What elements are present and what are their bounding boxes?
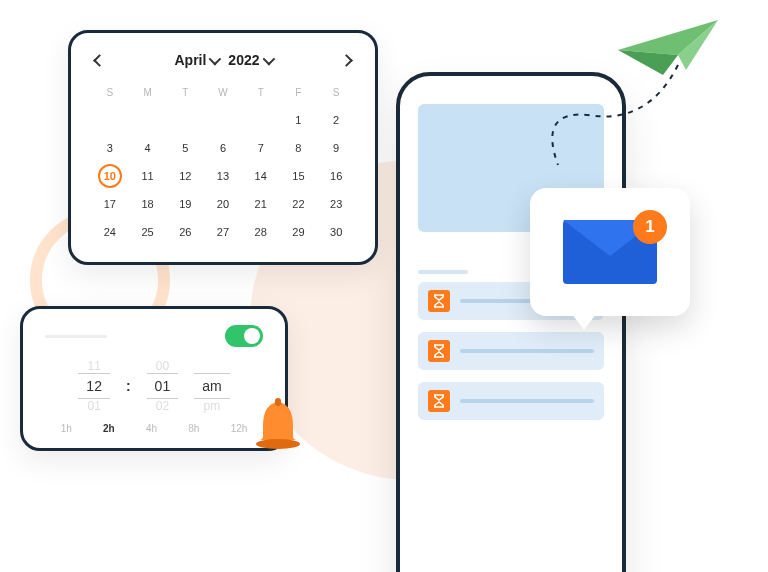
phone-section-label — [418, 270, 468, 274]
calendar-day[interactable]: 5 — [173, 136, 197, 160]
calendar-day[interactable]: 3 — [98, 136, 122, 160]
day-of-week-label: S — [317, 83, 355, 104]
calendar-header: April 2022 — [91, 47, 355, 73]
day-of-week-label: T — [166, 83, 204, 104]
calendar-day[interactable]: 16 — [324, 164, 348, 188]
calendar-day[interactable]: 13 — [211, 164, 235, 188]
hourglass-icon — [428, 340, 450, 362]
calendar-day[interactable]: 8 — [286, 136, 310, 160]
time-picker-card: 11 12 01 : 00 01 02 am pm 1h2h4h8h12h — [20, 306, 288, 451]
calendar-day[interactable]: 29 — [286, 220, 310, 244]
calendar-day[interactable]: 26 — [173, 220, 197, 244]
calendar-day[interactable]: 15 — [286, 164, 310, 188]
bell-icon — [253, 396, 303, 452]
calendar-day[interactable]: 9 — [324, 136, 348, 160]
day-of-week-label: M — [129, 83, 167, 104]
calendar-day[interactable]: 10 — [98, 164, 122, 188]
time-card-title-placeholder — [45, 335, 107, 338]
duration-option[interactable]: 1h — [61, 423, 72, 434]
duration-tabs[interactable]: 1h2h4h8h12h — [45, 423, 263, 434]
calendar-next-button[interactable] — [338, 47, 355, 73]
calendar-day[interactable]: 14 — [249, 164, 273, 188]
calendar-prev-button[interactable] — [91, 47, 108, 73]
day-of-week-label: W — [204, 83, 242, 104]
calendar-day[interactable]: 17 — [98, 192, 122, 216]
svg-rect-4 — [275, 398, 281, 406]
list-item[interactable] — [418, 332, 604, 370]
time-wheels[interactable]: 11 12 01 : 00 01 02 am pm — [45, 359, 263, 413]
calendar-day[interactable]: 6 — [211, 136, 235, 160]
duration-option[interactable]: 12h — [231, 423, 248, 434]
hourglass-icon — [428, 390, 450, 412]
day-of-week-label: S — [91, 83, 129, 104]
envelope-icon: 1 — [563, 220, 657, 284]
duration-option[interactable]: 2h — [103, 423, 115, 434]
calendar-day[interactable]: 27 — [211, 220, 235, 244]
calendar-day[interactable]: 1 — [286, 108, 310, 132]
notification-badge: 1 — [633, 210, 667, 244]
month-select[interactable]: April — [174, 52, 218, 68]
calendar-day[interactable]: 2 — [324, 108, 348, 132]
calendar-day[interactable]: 24 — [98, 220, 122, 244]
calendar-day[interactable]: 7 — [249, 136, 273, 160]
calendar-day[interactable]: 11 — [136, 164, 160, 188]
calendar-title: April 2022 — [174, 52, 271, 68]
calendar-day[interactable]: 22 — [286, 192, 310, 216]
calendar-day[interactable]: 18 — [136, 192, 160, 216]
calendar-card: April 2022 SMTWTFS1234567891011121314151… — [68, 30, 378, 265]
calendar-day[interactable]: 25 — [136, 220, 160, 244]
calendar-day[interactable]: 12 — [173, 164, 197, 188]
hourglass-icon — [428, 290, 450, 312]
day-of-week-label: T — [242, 83, 280, 104]
list-item[interactable] — [418, 382, 604, 420]
paper-plane-icon — [608, 10, 728, 90]
day-of-week-label: F — [280, 83, 318, 104]
mail-notification[interactable]: 1 — [530, 188, 690, 316]
time-toggle[interactable] — [225, 325, 263, 347]
calendar-day[interactable]: 21 — [249, 192, 273, 216]
calendar-grid: SMTWTFS123456789101112131415161718192021… — [91, 83, 355, 244]
calendar-day[interactable]: 30 — [324, 220, 348, 244]
calendar-day[interactable]: 19 — [173, 192, 197, 216]
year-select[interactable]: 2022 — [228, 52, 271, 68]
calendar-day[interactable]: 28 — [249, 220, 273, 244]
calendar-day[interactable]: 20 — [211, 192, 235, 216]
calendar-day[interactable]: 4 — [136, 136, 160, 160]
calendar-day[interactable]: 23 — [324, 192, 348, 216]
svg-point-3 — [256, 439, 300, 449]
duration-option[interactable]: 8h — [188, 423, 199, 434]
duration-option[interactable]: 4h — [146, 423, 157, 434]
